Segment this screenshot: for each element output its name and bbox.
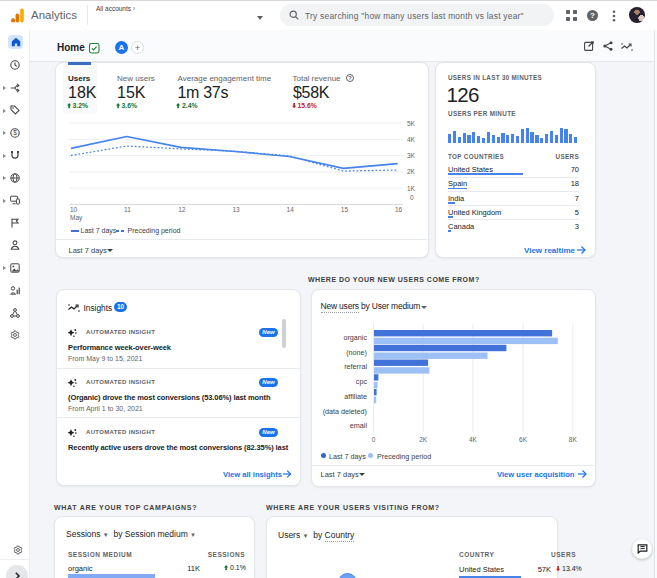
svg-text:12: 12 [178, 206, 186, 213]
svg-text:11: 11 [124, 206, 131, 213]
svg-text:(none): (none) [346, 348, 367, 357]
svg-text:15: 15 [341, 206, 349, 213]
svg-text:(data deleted): (data deleted) [323, 407, 367, 416]
svg-text:14: 14 [287, 206, 295, 213]
svg-text:affiliate: affiliate [344, 392, 367, 401]
svg-text:10: 10 [70, 206, 78, 213]
svg-text:2K: 2K [407, 168, 416, 175]
svg-text:2K: 2K [419, 436, 428, 443]
svg-text:View realtime: View realtime [524, 246, 576, 255]
svg-text:email: email [350, 421, 368, 430]
svg-text:16: 16 [395, 206, 403, 213]
svg-text:4K: 4K [469, 436, 478, 443]
svg-text:referral: referral [344, 362, 367, 371]
svg-text:6K: 6K [519, 436, 528, 443]
svg-text:$: $ [13, 129, 17, 136]
svg-text:4K: 4K [407, 136, 416, 143]
svg-text:3K: 3K [407, 152, 416, 159]
svg-text:May: May [70, 214, 83, 222]
svg-text:View user acquisition: View user acquisition [497, 470, 575, 479]
svg-text:0: 0 [410, 194, 414, 201]
svg-text:cpc: cpc [356, 377, 368, 386]
svg-text:1K: 1K [407, 185, 416, 192]
svg-text:8K: 8K [569, 436, 578, 443]
svg-text:View all insights: View all insights [223, 470, 282, 479]
svg-text:organic: organic [343, 333, 367, 342]
svg-text:0: 0 [372, 436, 376, 443]
svg-text:13: 13 [232, 206, 240, 213]
svg-text:5K: 5K [407, 120, 416, 127]
